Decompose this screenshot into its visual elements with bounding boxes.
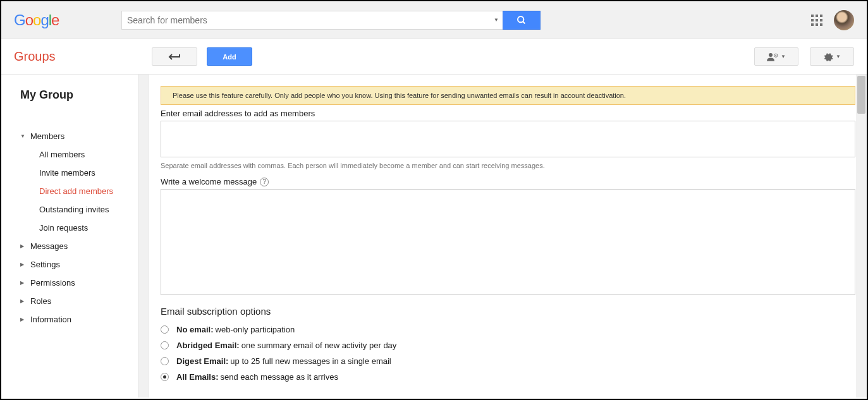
group-title[interactable]: My Group [20, 88, 140, 102]
manage-members-button[interactable]: ▼ [754, 47, 798, 66]
radio-icon [161, 341, 169, 349]
chevron-right-icon: ▶ [20, 298, 28, 304]
header-right [811, 10, 854, 30]
add-button[interactable]: Add [207, 47, 252, 66]
apps-icon[interactable] [811, 15, 822, 26]
svg-line-1 [523, 21, 525, 23]
search-bar: ▼ [121, 11, 541, 30]
scrollbar-thumb[interactable] [857, 76, 865, 114]
chevron-down-icon: ▼ [836, 54, 841, 59]
radio-no-email[interactable]: No email:web-only participation [161, 322, 855, 337]
sidebar-item-settings[interactable]: ▶Settings [20, 255, 140, 274]
svg-point-4 [775, 54, 776, 56]
chevron-right-icon: ▶ [20, 262, 28, 267]
emails-input[interactable] [161, 121, 855, 157]
sidebar-item-permissions[interactable]: ▶Permissions [20, 274, 140, 292]
welcome-input[interactable] [161, 189, 855, 295]
subscription-title: Email subscription options [161, 306, 855, 317]
radio-icon-checked [161, 373, 169, 381]
radio-icon [161, 357, 169, 365]
google-logo[interactable]: Google [14, 11, 121, 29]
main-scrollbar[interactable] [856, 75, 867, 397]
sidebar-item-members[interactable]: ▼Members [20, 127, 140, 145]
welcome-label: Write a welcome message ? [161, 177, 855, 186]
chevron-right-icon: ▶ [20, 280, 28, 286]
chevron-right-icon: ▶ [20, 317, 28, 322]
app-title[interactable]: Groups [14, 49, 152, 64]
sidebar-item-all-members[interactable]: All members [20, 145, 140, 164]
sidebar-item-messages[interactable]: ▶Messages [20, 237, 140, 255]
radio-all-emails[interactable]: All Emails:send each message as it arriv… [161, 369, 855, 385]
gear-icon [823, 52, 833, 62]
sidebar-item-direct-add[interactable]: Direct add members [20, 182, 140, 200]
content: My Group ▼Members All members Invite mem… [1, 75, 867, 397]
toolbar: Groups Add ▼ ▼ [1, 39, 867, 75]
back-arrow-icon [168, 53, 181, 61]
sidebar-item-information[interactable]: ▶Information [20, 310, 140, 329]
sidebar-item-roles[interactable]: ▶Roles [20, 292, 140, 310]
radio-icon [161, 325, 169, 334]
header: Google ▼ [1, 1, 867, 39]
help-icon[interactable]: ? [260, 178, 269, 186]
search-icon [517, 15, 527, 25]
search-input[interactable] [121, 11, 490, 30]
chevron-right-icon: ▶ [20, 243, 28, 249]
radio-digest[interactable]: Digest Email:up to 25 full new messages … [161, 353, 855, 369]
person-gear-icon [767, 52, 778, 61]
sidebar-item-invite-members[interactable]: Invite members [20, 164, 140, 182]
svg-point-2 [769, 53, 773, 57]
search-dropdown-icon[interactable]: ▼ [490, 11, 503, 30]
emails-label: Enter email addresses to add as members [161, 109, 855, 118]
emails-hint: Separate email addresses with commas. Ea… [161, 162, 855, 169]
warning-banner: Please use this feature carefully. Only … [161, 86, 855, 105]
main-panel: Please use this feature carefully. Only … [149, 75, 867, 397]
avatar[interactable] [834, 10, 854, 30]
radio-abridged[interactable]: Abridged Email:one summary email of new … [161, 337, 855, 353]
sidebar-item-join-requests[interactable]: Join requests [20, 219, 140, 237]
chevron-down-icon: ▼ [20, 133, 28, 139]
sidebar: My Group ▼Members All members Invite mem… [1, 75, 149, 397]
chevron-down-icon: ▼ [781, 54, 786, 59]
sidebar-scrollbar[interactable] [138, 75, 149, 397]
back-button[interactable] [152, 47, 197, 66]
sidebar-item-outstanding-invites[interactable]: Outstanding invites [20, 200, 140, 219]
search-button[interactable] [503, 11, 541, 30]
svg-point-0 [518, 16, 523, 22]
settings-button[interactable]: ▼ [810, 47, 854, 66]
